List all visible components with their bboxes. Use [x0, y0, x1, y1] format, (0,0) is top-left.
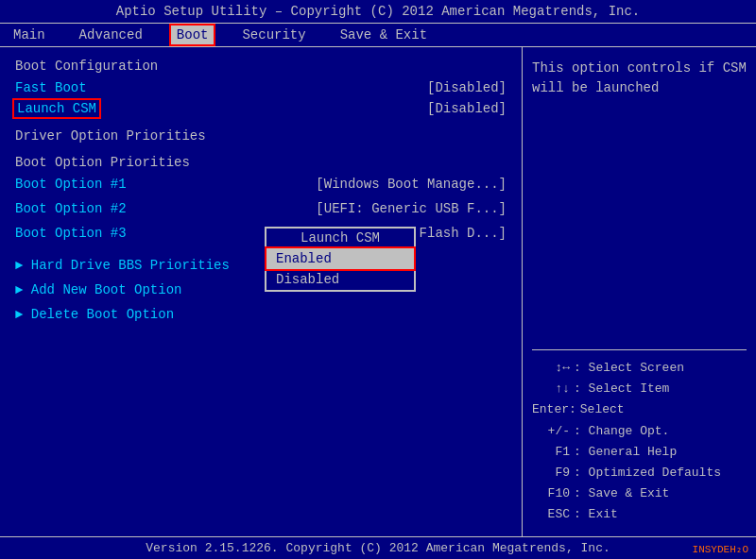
- help-text: This option controls if CSM will be laun…: [532, 59, 747, 98]
- key-updown: ↑↓: [532, 379, 570, 399]
- dropdown-option-enabled[interactable]: Enabled: [266, 248, 414, 269]
- launch-csm-value: [Disabled]: [427, 101, 507, 116]
- menu-save-exit[interactable]: Save & Exit: [335, 25, 433, 44]
- boot-option3-row: Boot Option #3 [Generic USB Flash D...]: [15, 225, 507, 246]
- key-row-select-screen: ↕↔ : Select Screen: [532, 358, 747, 379]
- key-row-f10: F10 : Save & Exit: [532, 483, 747, 504]
- footer: Version 2.15.1226. Copyright (C) 2012 Am…: [0, 536, 756, 559]
- key-desc-esc: : Exit: [574, 504, 618, 525]
- menu-main[interactable]: Main: [8, 25, 51, 44]
- add-new-label[interactable]: Add New Boot Option: [15, 282, 181, 297]
- dropdown-option-disabled[interactable]: Disabled: [266, 269, 414, 290]
- left-panel: Boot Configuration Fast Boot [Disabled] …: [0, 47, 522, 536]
- title-bar: Aptio Setup Utility – Copyright (C) 2012…: [0, 0, 756, 24]
- key-desc-f1: : General Help: [574, 442, 677, 463]
- dropdown-title: Launch CSM: [266, 229, 414, 248]
- fast-boot-value: [Disabled]: [427, 80, 507, 95]
- boot-option3-label[interactable]: Boot Option #3: [15, 226, 127, 241]
- key-enter: Enter:: [532, 399, 576, 420]
- launch-csm-row: Launch CSM [Disabled]: [15, 100, 507, 117]
- menu-security[interactable]: Security: [236, 25, 311, 44]
- menu-boot[interactable]: Boot: [171, 25, 215, 44]
- right-panel: This option controls if CSM will be laun…: [522, 47, 756, 536]
- boot-config-title: Boot Configuration: [15, 59, 507, 74]
- key-desc-enter: Select: [580, 399, 625, 420]
- key-row-esc: ESC : Exit: [532, 504, 747, 525]
- key-f9: F9: [532, 463, 570, 483]
- key-row-f1: F1 : General Help: [532, 442, 747, 463]
- fast-boot-label[interactable]: Fast Boot: [15, 80, 87, 95]
- boot-option2-value: [UEFI: Generic USB F...]: [316, 201, 507, 220]
- fast-boot-row: Fast Boot [Disabled]: [15, 79, 507, 96]
- key-row-change: +/- : Change Opt.: [532, 421, 747, 442]
- key-f1: F1: [532, 442, 570, 463]
- key-desc-screen: : Select Screen: [574, 358, 684, 379]
- key-desc-f9: : Optimized Defaults: [574, 463, 721, 483]
- boot-option2-row: Boot Option #2 [UEFI: Generic USB F...]: [15, 200, 507, 221]
- key-row-select-item: ↑↓ : Select Item: [532, 379, 747, 399]
- delete-label[interactable]: Delete Boot Option: [15, 307, 174, 322]
- footer-brand: INSYDEH₂O: [693, 543, 748, 555]
- boot-option1-value: [Windows Boot Manage...]: [316, 177, 507, 195]
- delete-row: Delete Boot Option: [15, 306, 507, 327]
- key-plusminus: +/-: [532, 421, 570, 442]
- key-arrows: ↕↔: [532, 358, 570, 379]
- title-text: Aptio Setup Utility – Copyright (C) 2012…: [116, 4, 641, 19]
- hard-drive-row: Hard Drive BBS Priorities: [15, 257, 507, 278]
- key-desc-f10: : Save & Exit: [574, 483, 669, 504]
- key-desc-item: : Select Item: [574, 379, 669, 399]
- key-row-f9: F9 : Optimized Defaults: [532, 463, 747, 483]
- dropdown-popup: Launch CSM Enabled Disabled: [265, 227, 416, 292]
- boot-option1-row: Boot Option #1 [Windows Boot Manage...]: [15, 176, 507, 196]
- key-f10: F10: [532, 483, 570, 504]
- key-esc: ESC: [532, 504, 570, 525]
- boot-option1-label[interactable]: Boot Option #1: [15, 177, 127, 192]
- driver-options-title: Driver Option Priorities: [15, 128, 507, 144]
- key-desc-change: : Change Opt.: [574, 421, 669, 442]
- boot-option2-label[interactable]: Boot Option #2: [15, 201, 127, 216]
- menu-advanced[interactable]: Advanced: [74, 25, 148, 44]
- menu-bar: Main Advanced Boot Security Save & Exit: [0, 24, 756, 47]
- launch-csm-label[interactable]: Launch CSM: [15, 101, 98, 116]
- add-new-row: Add New Boot Option: [15, 281, 507, 302]
- key-row-enter: Enter: Select: [532, 399, 747, 420]
- footer-text: Version 2.15.1226. Copyright (C) 2012 Am…: [146, 541, 610, 555]
- hard-drive-label[interactable]: Hard Drive BBS Priorities: [15, 258, 230, 273]
- boot-options-title: Boot Option Priorities: [15, 155, 507, 170]
- key-help: ↕↔ : Select Screen ↑↓ : Select Item Ente…: [532, 349, 747, 525]
- main-content: Boot Configuration Fast Boot [Disabled] …: [0, 47, 756, 536]
